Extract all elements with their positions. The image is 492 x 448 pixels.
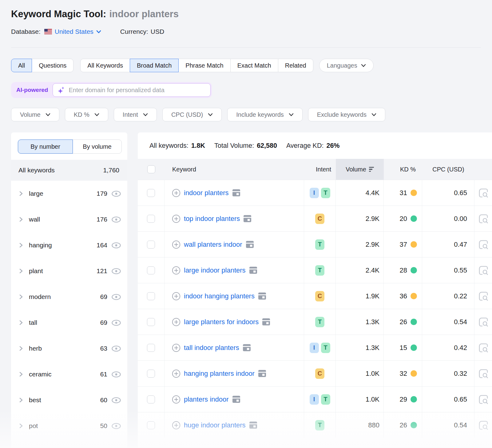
eye-icon[interactable] xyxy=(111,216,121,223)
keyword-group-item[interactable]: wall 176 xyxy=(11,206,127,232)
keyword-group-item[interactable]: pot 50 xyxy=(11,413,127,439)
add-keyword-icon[interactable] xyxy=(172,214,181,223)
keyword-group-item[interactable]: modern 69 xyxy=(11,284,127,310)
eye-icon[interactable] xyxy=(111,371,121,378)
tab-broad-match[interactable]: Broad Match xyxy=(130,59,179,72)
keyword-group-item[interactable]: plant 121 xyxy=(11,258,127,284)
eye-icon[interactable] xyxy=(111,191,121,197)
group-label: wall xyxy=(29,216,40,223)
filter-include-keywords[interactable]: Include keywords xyxy=(227,108,303,121)
chevron-right-icon xyxy=(18,371,24,377)
row-checkbox[interactable] xyxy=(147,292,155,300)
languages-dropdown[interactable]: Languages xyxy=(319,59,374,72)
database-selector[interactable]: United States xyxy=(55,28,101,35)
volume-value: 1.3K xyxy=(366,344,379,352)
row-checkbox[interactable] xyxy=(147,395,155,403)
row-checkbox[interactable] xyxy=(147,370,155,378)
tab-phrase-match[interactable]: Phrase Match xyxy=(178,59,230,72)
keyword-link[interactable]: top indoor planters xyxy=(184,215,240,223)
keyword-group-item[interactable]: herb 63 xyxy=(11,336,127,361)
keyword-group-item[interactable]: tall 69 xyxy=(11,310,127,336)
add-keyword-icon[interactable] xyxy=(172,344,181,352)
by-number-toggle[interactable]: By number xyxy=(18,140,73,154)
add-keyword-icon[interactable] xyxy=(172,292,181,301)
serp-analysis-icon[interactable] xyxy=(478,420,489,431)
serp-features-icon[interactable] xyxy=(258,370,266,377)
tab-related[interactable]: Related xyxy=(278,59,313,72)
serp-features-icon[interactable] xyxy=(262,318,270,326)
serp-analysis-icon[interactable] xyxy=(478,342,489,353)
row-checkbox[interactable] xyxy=(147,318,155,326)
serp-analysis-icon[interactable] xyxy=(478,213,489,224)
by-volume-toggle[interactable]: By volume xyxy=(73,140,122,154)
eye-icon[interactable] xyxy=(111,320,121,326)
tab-all-keywords[interactable]: All Keywords xyxy=(80,59,130,72)
row-checkbox[interactable] xyxy=(147,421,155,429)
serp-features-icon[interactable] xyxy=(249,421,257,429)
filter-intent[interactable]: Intent xyxy=(114,108,157,121)
column-header-intent[interactable]: Intent xyxy=(304,159,336,180)
eye-icon[interactable] xyxy=(111,345,121,352)
serp-features-icon[interactable] xyxy=(258,292,266,300)
filter-volume[interactable]: Volume xyxy=(11,108,59,121)
serp-analysis-icon[interactable] xyxy=(478,291,489,302)
add-keyword-icon[interactable] xyxy=(172,240,181,249)
serp-features-icon[interactable] xyxy=(246,241,254,248)
keyword-link[interactable]: planters indoor xyxy=(184,395,229,403)
eye-icon[interactable] xyxy=(111,423,121,429)
eye-icon[interactable] xyxy=(111,268,121,274)
row-checkbox[interactable] xyxy=(147,344,155,352)
serp-analysis-icon[interactable] xyxy=(478,265,489,276)
add-keyword-icon[interactable] xyxy=(172,421,181,430)
eye-icon[interactable] xyxy=(111,242,121,249)
serp-features-icon[interactable] xyxy=(232,189,240,197)
serp-analysis-icon[interactable] xyxy=(478,394,489,405)
column-header-kd[interactable]: KD % xyxy=(384,159,422,180)
add-keyword-icon[interactable] xyxy=(172,189,181,197)
serp-features-icon[interactable] xyxy=(249,266,257,274)
tab-questions[interactable]: Questions xyxy=(32,59,73,72)
row-checkbox[interactable] xyxy=(147,241,155,249)
eye-icon[interactable] xyxy=(111,397,121,403)
keyword-group-item[interactable]: ceramic 61 xyxy=(11,361,127,387)
keyword-link[interactable]: hanging planters indoor xyxy=(184,370,255,378)
keyword-group-item[interactable]: best 60 xyxy=(11,387,127,413)
keyword-link[interactable]: large planters for indoors xyxy=(184,318,259,326)
intent-badges: C xyxy=(304,283,336,309)
row-checkbox[interactable] xyxy=(147,266,155,274)
serp-analysis-icon[interactable] xyxy=(478,239,489,250)
keyword-group-item[interactable]: hanging 164 xyxy=(11,232,127,258)
filter-cpc-usd-[interactable]: CPC (USD) xyxy=(162,108,222,121)
add-keyword-icon[interactable] xyxy=(172,369,181,378)
add-keyword-icon[interactable] xyxy=(172,395,181,404)
serp-features-icon[interactable] xyxy=(243,215,252,222)
tab-exact-match[interactable]: Exact Match xyxy=(230,59,278,72)
keyword-link[interactable]: huge indoor planters xyxy=(184,421,246,429)
row-checkbox[interactable] xyxy=(147,189,155,197)
add-keyword-icon[interactable] xyxy=(172,318,181,326)
select-all-checkbox[interactable] xyxy=(147,165,155,173)
domain-input[interactable] xyxy=(69,87,206,94)
column-header-keyword[interactable]: Keyword xyxy=(165,159,304,180)
filter-kd-[interactable]: KD % xyxy=(65,108,108,121)
column-header-cpc[interactable]: CPC (USD) xyxy=(422,159,474,180)
filter-exclude-keywords[interactable]: Exclude keywords xyxy=(308,108,385,121)
serp-analysis-icon[interactable] xyxy=(478,316,489,328)
keyword-link[interactable]: indoor planters xyxy=(184,189,229,197)
keyword-link[interactable]: wall planters indoor xyxy=(184,241,242,249)
row-checkbox[interactable] xyxy=(147,215,155,223)
column-header-volume[interactable]: Volume xyxy=(336,159,384,180)
keyword-group-item[interactable]: large 179 xyxy=(11,181,127,206)
summary-total-volume-value: 62,580 xyxy=(257,142,277,150)
all-keywords-row[interactable]: All keywords 1,760 xyxy=(11,160,127,181)
tab-all[interactable]: All xyxy=(11,59,32,72)
keyword-link[interactable]: tall indoor planters xyxy=(184,344,239,352)
serp-analysis-icon[interactable] xyxy=(478,187,489,198)
keyword-link[interactable]: large indoor planters xyxy=(184,266,246,274)
add-keyword-icon[interactable] xyxy=(172,266,181,275)
serp-features-icon[interactable] xyxy=(243,344,251,352)
serp-analysis-icon[interactable] xyxy=(478,368,489,379)
eye-icon[interactable] xyxy=(111,294,121,300)
serp-features-icon[interactable] xyxy=(232,395,240,403)
keyword-link[interactable]: indoor hanging planters xyxy=(184,292,255,300)
